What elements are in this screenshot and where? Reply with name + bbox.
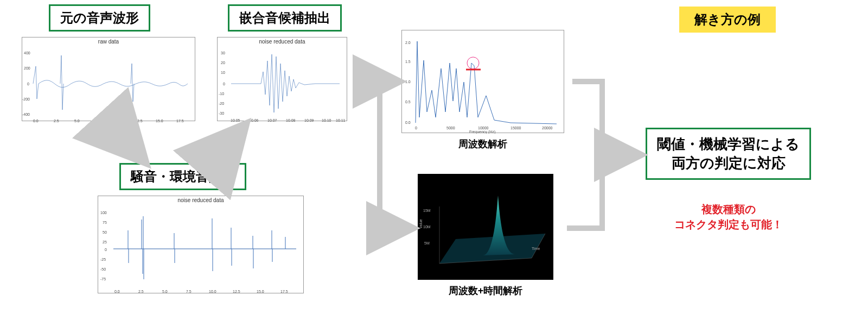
svg-text:10: 10 [221,71,225,74]
result-line2: 両方の判定に対応 [672,155,786,171]
svg-text:1.5: 1.5 [405,60,411,64]
svg-text:10.11: 10.11 [336,118,346,122]
svg-text:2.5: 2.5 [138,290,144,293]
stage-spec: 15M10M5M value Time 周波数+時間解析 [418,174,553,297]
arrow-raw-to-denoise [114,128,141,158]
note-line1: 複数種類の [701,203,756,215]
raw-chart-title: raw data [22,37,195,45]
svg-text:5000: 5000 [446,126,455,130]
svg-text:30: 30 [221,51,225,55]
svg-text:10.0: 10.0 [114,119,122,123]
svg-text:10.08: 10.08 [286,118,296,122]
stage-extract: 嵌合音候補抽出 noise reduced data 302010 0-10-2… [217,4,347,121]
svg-text:Time: Time [532,247,540,250]
svg-text:0.0: 0.0 [114,290,120,293]
result-note: 複数種類の コネクタ判定も可能！ [646,202,811,232]
arrow-denoise-to-extract [217,129,241,158]
svg-text:2.0: 2.0 [405,41,411,45]
result-line1: 閾値・機械学習による [657,136,800,152]
svg-text:15M: 15M [423,209,431,212]
svg-text:5.0: 5.0 [162,290,168,293]
svg-text:75: 75 [103,221,107,224]
denoise-chart-title: noise reduced data [98,196,303,203]
extract-label: 嵌合音候補抽出 [228,4,342,32]
svg-text:15.0: 15.0 [257,290,264,293]
svg-text:50: 50 [103,230,107,234]
svg-text:17.5: 17.5 [176,119,184,123]
svg-text:20000: 20000 [542,126,553,130]
stage-raw: 元の音声波形 raw data 4002000 -200-400 0.02.55… [22,4,195,121]
freq-chart: 2.01.51.0 0.50.0 0500010000 1500020000 F… [401,30,564,133]
raw-chart: raw data 4002000 -200-400 0.02.55.0 7.51… [22,37,195,121]
svg-text:7.5: 7.5 [186,290,192,293]
extract-chart: noise reduced data 302010 0-10-20-30 10.… [217,37,347,121]
svg-text:2.5: 2.5 [54,119,59,123]
svg-text:-30: -30 [219,111,224,115]
svg-text:10000: 10000 [478,126,489,130]
raw-label-text: 元の音声波形 [60,10,139,25]
svg-text:5M: 5M [424,241,430,245]
svg-text:12.5: 12.5 [135,119,143,123]
svg-text:0: 0 [223,82,225,86]
freq-caption: 周波数解析 [401,137,564,151]
svg-text:-10: -10 [219,92,224,96]
svg-text:10.06: 10.06 [249,118,259,122]
svg-text:7.5: 7.5 [95,119,100,123]
extract-chart-title: noise reduced data [218,37,347,45]
note-line2: コネクタ判定も可能！ [674,218,783,230]
extract-waveform-svg: 302010 0-10-20-30 10.0510.0610.07 10.081… [218,45,348,123]
freq-svg: 2.01.51.0 0.50.0 0500010000 1500020000 F… [402,30,565,134]
freq-annotation-circle [467,57,479,69]
svg-text:-200: -200 [22,97,30,101]
svg-text:0.5: 0.5 [405,100,411,104]
spec-chart: 15M10M5M value Time [418,174,553,280]
svg-text:-20: -20 [219,102,224,105]
freq-xlabel: Frequency (Hz) [469,130,495,134]
svg-text:-400: -400 [22,112,30,116]
denoise-chart: noise reduced data 1007550 250-25 -50-75… [98,196,304,293]
raw-waveform-svg: 4002000 -200-400 0.02.55.0 7.510.012.5 1… [22,45,196,123]
svg-text:10.0: 10.0 [209,290,216,293]
svg-text:value: value [419,219,423,228]
result-label: 閾値・機械学習による 両方の判定に対応 [646,128,811,180]
denoise-label-text: 騒音・環境音除去 [131,169,235,184]
example-tag: 解き方の例 [679,7,776,33]
svg-text:10.07: 10.07 [267,118,277,122]
svg-text:1.0: 1.0 [405,80,411,84]
svg-text:10.05: 10.05 [231,118,240,122]
svg-text:10M: 10M [423,225,431,229]
stage-denoise: 騒音・環境音除去 noise reduced data 1007550 250-… [98,163,304,293]
svg-text:10.10: 10.10 [322,118,331,122]
raw-label: 元の音声波形 [49,4,150,32]
svg-text:0: 0 [415,126,417,130]
svg-text:15000: 15000 [510,126,521,130]
example-tag-text: 解き方の例 [694,12,761,27]
svg-text:-25: -25 [100,258,106,261]
svg-text:17.5: 17.5 [280,290,288,293]
extract-label-text: 嵌合音候補抽出 [239,10,330,25]
svg-text:-75: -75 [100,277,106,281]
svg-text:200: 200 [24,66,30,70]
svg-text:15.0: 15.0 [156,119,163,123]
stage-freq: 2.01.51.0 0.50.0 0500010000 1500020000 F… [401,30,564,151]
svg-text:12.5: 12.5 [233,290,240,293]
svg-text:10.09: 10.09 [304,118,314,122]
svg-text:25: 25 [103,240,107,244]
spec-svg: 15M10M5M value Time [418,174,553,280]
svg-text:0: 0 [27,82,29,86]
stage-result: 閾値・機械学習による 両方の判定に対応 複数種類の コネクタ判定も可能！ [646,128,811,232]
arrow-merge-to-result [567,82,637,228]
spec-caption: 周波数+時間解析 [418,284,553,297]
svg-text:5.0: 5.0 [74,119,80,123]
svg-text:20: 20 [221,61,225,65]
svg-text:0.0: 0.0 [405,121,411,124]
svg-text:0.0: 0.0 [33,119,39,123]
svg-text:400: 400 [24,51,30,55]
denoise-label: 騒音・環境音除去 [119,163,246,190]
svg-text:-50: -50 [100,267,106,271]
svg-text:0: 0 [105,248,107,252]
svg-text:100: 100 [100,211,107,215]
denoise-waveform-svg: 1007550 250-25 -50-75 0.02.55.0 7.510.01… [98,203,304,294]
